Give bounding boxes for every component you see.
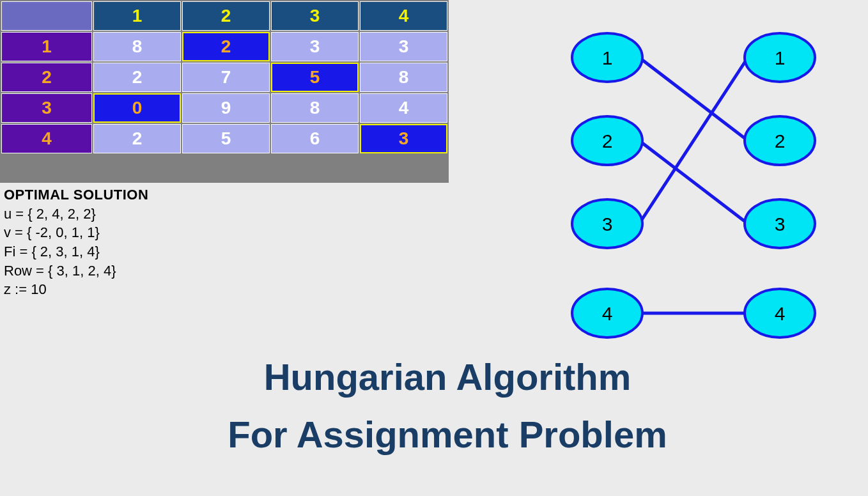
- cell-3-2: 9: [182, 93, 270, 123]
- solution-line-z: z := 10: [4, 280, 148, 299]
- cell-1-4: 3: [360, 32, 447, 61]
- row-header-2: 2: [1, 63, 92, 92]
- cell-2-3: 5: [271, 63, 359, 92]
- col-header-2: 2: [182, 1, 270, 31]
- right-node-1: 1: [745, 33, 815, 82]
- cost-matrix: 1 2 3 4 1 8 2 3 3 2 2 7 5 8 3 0 9 8 4 4: [0, 0, 449, 183]
- title-line-2: For Assignment Problem: [96, 406, 799, 463]
- cell-1-3: 3: [271, 32, 359, 61]
- cell-4-4: 3: [360, 124, 447, 153]
- svg-text:3: 3: [775, 213, 786, 235]
- row-header-3: 3: [1, 93, 92, 123]
- col-header-1: 1: [93, 1, 181, 31]
- cell-3-4: 4: [360, 93, 447, 123]
- cell-2-1: 2: [93, 63, 181, 92]
- svg-text:4: 4: [775, 303, 786, 324]
- cost-matrix-table: 1 2 3 4 1 8 2 3 3 2 2 7 5 8 3 0 9 8 4 4: [0, 0, 449, 183]
- svg-text:4: 4: [602, 303, 613, 324]
- bipartite-graph: 1 2 3 4 1 2 3 4: [556, 19, 831, 352]
- right-node-3: 3: [745, 199, 815, 248]
- solution-line-fi: Fi = { 2, 3, 1, 4}: [4, 242, 148, 261]
- page-title: Hungarian Algorithm For Assignment Probl…: [96, 348, 799, 463]
- solution-line-u: u = { 2, 4, 2, 2}: [4, 205, 148, 224]
- svg-text:2: 2: [602, 130, 613, 151]
- left-node-1: 1: [572, 33, 642, 82]
- cell-2-2: 7: [182, 63, 270, 92]
- svg-text:2: 2: [775, 130, 786, 151]
- cell-1-2: 2: [182, 32, 270, 61]
- col-header-3: 3: [271, 1, 359, 31]
- solution-panel: OPTIMAL SOLUTION u = { 2, 4, 2, 2} v = {…: [4, 185, 148, 299]
- solution-line-v: v = { -2, 0, 1, 1}: [4, 223, 148, 242]
- col-header-4: 4: [360, 1, 447, 31]
- cell-1-1: 8: [93, 32, 181, 61]
- row-header-1: 1: [1, 32, 92, 61]
- svg-text:3: 3: [602, 213, 613, 235]
- edge-1-2: [639, 58, 748, 141]
- right-node-4: 4: [745, 289, 815, 337]
- svg-text:1: 1: [602, 47, 613, 68]
- cell-4-3: 6: [271, 124, 359, 153]
- matrix-footer: [1, 155, 447, 182]
- left-node-4: 4: [572, 289, 642, 337]
- row-header-4: 4: [1, 124, 92, 153]
- cell-4-1: 2: [93, 124, 181, 153]
- cell-3-3: 8: [271, 93, 359, 123]
- cell-3-1: 0: [93, 93, 181, 123]
- cell-2-4: 8: [360, 63, 447, 92]
- title-line-1: Hungarian Algorithm: [96, 348, 799, 406]
- edge-3-1: [639, 58, 748, 224]
- left-node-3: 3: [572, 199, 642, 248]
- svg-text:1: 1: [775, 47, 786, 68]
- right-node-2: 2: [745, 116, 815, 165]
- solution-title: OPTIMAL SOLUTION: [4, 185, 148, 205]
- cell-4-2: 5: [182, 124, 270, 153]
- left-node-2: 2: [572, 116, 642, 165]
- matrix-corner-cell: [1, 1, 92, 31]
- solution-line-row: Row = { 3, 1, 2, 4}: [4, 261, 148, 281]
- edge-2-3: [639, 141, 748, 224]
